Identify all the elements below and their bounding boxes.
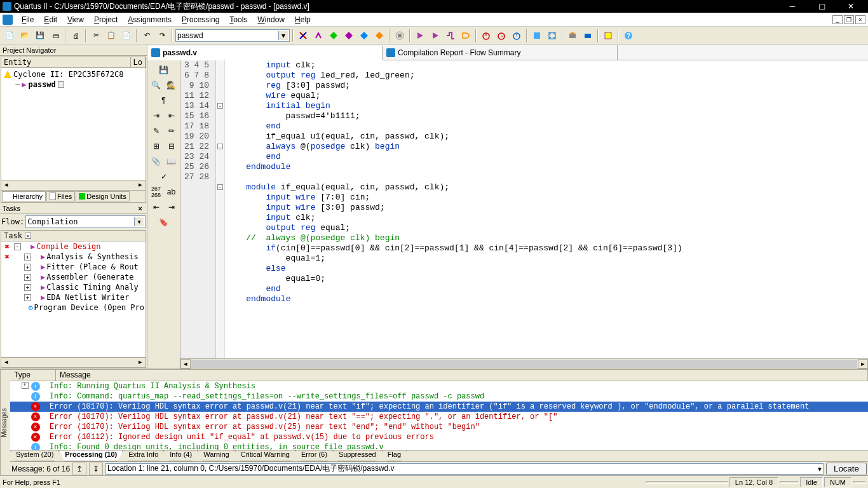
editor-btn-outdent[interactable]: ⇤	[165, 109, 179, 123]
message-row[interactable]: ✕Error (10170): Verilog HDL syntax error…	[10, 402, 868, 412]
msg-tab[interactable]: Critical Warning	[235, 451, 295, 461]
task-item[interactable]: ✖-▶Compile Design	[1, 241, 146, 252]
menu-view[interactable]: View	[62, 14, 89, 25]
nav-tab-hierarchy[interactable]: Hierarchy	[2, 191, 46, 201]
tasks-close-button[interactable]: ×	[137, 205, 144, 212]
minimize-button[interactable]: ─	[778, 0, 807, 13]
simulate-button[interactable]	[444, 29, 458, 43]
msg-tab[interactable]: Processing (10)	[59, 451, 123, 461]
editor-h-scrollbar[interactable]: ◂▸	[180, 358, 868, 369]
menu-help[interactable]: Help	[290, 14, 316, 25]
editor-btn-check[interactable]: ✓	[157, 170, 171, 184]
message-list[interactable]: +iInfo: Running Quartus II Analysis & Sy…	[10, 381, 868, 450]
editor-btn-findnext[interactable]: 🕵	[165, 78, 179, 92]
message-column[interactable]: Message	[56, 370, 868, 381]
timing-1-button[interactable]	[479, 29, 493, 43]
paste-button[interactable]: 📄	[119, 29, 133, 43]
code-editor[interactable]: input clk; output reg led_red, led_green…	[225, 60, 868, 358]
device-node[interactable]: Cyclone II: EP2C35F672C8	[3, 69, 144, 79]
chip-planner-button[interactable]	[530, 29, 544, 43]
compile-button[interactable]	[413, 29, 427, 43]
menu-project[interactable]: Project	[89, 14, 123, 25]
open-file-button[interactable]: 📂	[18, 29, 32, 43]
message-row[interactable]: ✕Error (10170): Verilog HDL syntax error…	[10, 422, 868, 432]
mdi-minimize-button[interactable]: _	[832, 15, 843, 24]
programmer-button[interactable]	[566, 29, 580, 43]
report-button[interactable]	[601, 29, 615, 43]
copy-button[interactable]: 📋	[104, 29, 118, 43]
editor-tab[interactable]: Compilation Report - Flow Summary	[383, 45, 618, 60]
task-item[interactable]: +▶Fitter (Place & Rout	[1, 262, 146, 272]
task-item[interactable]: ✖+▶Analysis & Synthesis	[1, 252, 146, 262]
project-combo[interactable]: passwd ▾	[175, 29, 290, 42]
menu-file[interactable]: File	[17, 14, 39, 25]
msg-prev-button[interactable]: ↥	[72, 463, 86, 475]
editor-btn-wand2[interactable]: ✏	[165, 124, 179, 138]
tool-btn-6[interactable]	[372, 29, 386, 43]
msg-tab[interactable]: Error (6)	[295, 451, 333, 461]
editor-btn-disk[interactable]: 💾	[157, 63, 171, 77]
msg-tab[interactable]: System (20)	[10, 451, 59, 461]
location-combo[interactable]: Location 1: line 21, column 0, C:/Users/…	[105, 463, 824, 475]
menu-tools[interactable]: Tools	[224, 14, 252, 25]
help-button[interactable]: ?	[621, 29, 635, 43]
tool-btn-5[interactable]	[357, 29, 371, 43]
editor-btn-find[interactable]: 🔍	[149, 78, 163, 92]
new-file-button[interactable]: 📄	[3, 29, 17, 43]
timing-2-button[interactable]	[494, 29, 508, 43]
message-row[interactable]: iInfo: Command: quartus_map --read_setti…	[10, 391, 868, 402]
tool-btn-2[interactable]	[311, 29, 325, 43]
message-row[interactable]: +iInfo: Running Quartus II Analysis & Sy…	[10, 381, 868, 391]
mdi-close-button[interactable]: ×	[855, 15, 865, 24]
timing-3-button[interactable]	[510, 29, 524, 43]
save-button[interactable]: 💾	[33, 29, 47, 43]
tool-btn-1[interactable]	[296, 29, 310, 43]
message-row[interactable]: ✕Error (10112): Ignored design unit "if_…	[10, 432, 868, 442]
editor-btn-linenum[interactable]: 267268	[149, 185, 163, 199]
editor-btn-book[interactable]: 📖	[165, 154, 179, 168]
fold-toggle[interactable]: -	[217, 184, 223, 190]
tasks-h-scrollbar[interactable]: ◂▸	[1, 357, 146, 367]
editor-btn-fold[interactable]: ⊞	[149, 139, 163, 153]
menu-edit[interactable]: Edit	[39, 14, 62, 25]
messages-label[interactable]: Messages	[0, 370, 10, 475]
message-row[interactable]: ✕Error (10170): Verilog HDL syntax error…	[10, 412, 868, 422]
msg-tab[interactable]: Extra Info	[123, 451, 164, 461]
flow-combo[interactable]: Compilation ▾	[25, 215, 146, 228]
redo-button[interactable]: ↷	[155, 29, 169, 43]
msg-next-button[interactable]: ↧	[89, 463, 103, 475]
msg-tab[interactable]: Warning	[198, 451, 235, 461]
print-button[interactable]: 🖨	[69, 29, 83, 43]
lo-column[interactable]: Lo	[131, 57, 146, 67]
gate-button[interactable]	[459, 29, 473, 43]
menu-assignments[interactable]: Assignments	[123, 14, 177, 25]
editor-btn-clip[interactable]: 📎	[149, 154, 163, 168]
menu-window[interactable]: Window	[252, 14, 290, 25]
fold-toggle[interactable]: -	[217, 144, 223, 149]
msg-tab[interactable]: Info (4)	[164, 451, 198, 461]
compile-analyze-button[interactable]	[428, 29, 442, 43]
msg-tab[interactable]: Suppressed	[333, 451, 382, 461]
editor-btn-paragraph[interactable]: ¶	[157, 93, 171, 107]
task-item[interactable]: +▶EDA Netlist Writer	[1, 292, 146, 302]
editor-tab[interactable]: passwd.v	[147, 46, 383, 60]
task-column[interactable]: Task	[4, 231, 22, 240]
undo-button[interactable]: ↶	[140, 29, 154, 43]
editor-btn-ab[interactable]: ab	[165, 185, 179, 199]
nav-tab-files[interactable]: Files	[46, 191, 75, 201]
locate-button[interactable]: Locate	[826, 463, 867, 475]
task-item[interactable]: ⚙Program Device (Open Pro	[1, 302, 146, 313]
tool-btn-4[interactable]	[342, 29, 356, 43]
task-item[interactable]: +▶Assembler (Generate	[1, 272, 146, 282]
stop-button[interactable]	[393, 29, 407, 43]
nav-tab-design-units[interactable]: Design Units	[76, 191, 129, 201]
editor-btn-unfold[interactable]: ⊟	[165, 139, 179, 153]
fold-toggle[interactable]: -	[217, 103, 223, 109]
maximize-button[interactable]: ▢	[807, 0, 836, 13]
type-column[interactable]: Type	[10, 370, 56, 381]
task-item[interactable]: +▶Classic Timing Analy	[1, 282, 146, 292]
mdi-restore-button[interactable]: ❐	[844, 15, 854, 24]
tool-btn-3[interactable]	[327, 29, 341, 43]
editor-btn-wand[interactable]: ✎	[149, 124, 163, 138]
editor-btn-left[interactable]: ⇤	[149, 200, 163, 214]
